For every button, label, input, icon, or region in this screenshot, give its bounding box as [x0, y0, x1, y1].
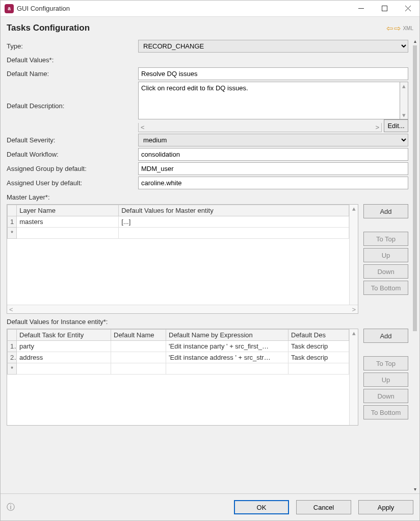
default-description-label: Default Description:: [7, 82, 138, 112]
instance-down-button[interactable]: Down: [363, 389, 408, 403]
master-layer-grid[interactable]: Layer Name Default Values for Master ent…: [7, 204, 358, 314]
svg-rect-1: [382, 6, 387, 11]
assigned-user-label: Assigned User by default:: [7, 177, 138, 189]
default-workflow-input[interactable]: [138, 148, 408, 161]
grid-hscrollbar[interactable]: <>: [7, 305, 358, 313]
table-header-row: Default Task for Entity Default Name Def…: [8, 330, 349, 341]
maximize-button[interactable]: [373, 1, 396, 17]
col-master-defaults[interactable]: Default Values for Master entity: [119, 205, 349, 216]
titlebar: a GUI Configuration: [1, 1, 419, 17]
edit-description-button[interactable]: Edit...: [384, 119, 408, 132]
instance-to-bottom-button[interactable]: To Bottom: [363, 405, 408, 419]
default-name-input[interactable]: [138, 67, 408, 80]
instance-section-label: Default Values for Instance entity*:: [7, 318, 408, 326]
default-severity-select[interactable]: medium: [138, 134, 408, 146]
cancel-button[interactable]: Cancel: [296, 500, 351, 514]
apply-button[interactable]: Apply: [358, 500, 413, 514]
col-default-name[interactable]: Default Name: [111, 330, 166, 341]
master-to-top-button[interactable]: To Top: [363, 232, 408, 246]
master-down-button[interactable]: Down: [363, 264, 408, 279]
assigned-group-label: Assigned Group by default:: [7, 163, 138, 175]
textarea-scrollbar[interactable]: ▴▾: [400, 82, 408, 119]
app-icon: a: [5, 4, 14, 13]
assigned-user-input[interactable]: [138, 177, 408, 189]
master-add-button[interactable]: Add: [363, 204, 408, 218]
window-title: GUI Configuration: [17, 5, 349, 12]
default-name-label: Default Name:: [7, 68, 138, 80]
master-up-button[interactable]: Up: [363, 248, 408, 262]
assigned-group-input[interactable]: [138, 162, 408, 175]
textarea-hscrollbar[interactable]: <>: [138, 123, 382, 132]
page-title: Tasks Configuration: [7, 23, 386, 33]
default-workflow-label: Default Workflow:: [7, 148, 138, 160]
type-label: Type:: [7, 40, 138, 52]
xml-link[interactable]: XML: [403, 26, 413, 31]
instance-to-top-button[interactable]: To Top: [363, 356, 408, 370]
page-header: Tasks Configuration ⇦ ⇨ XML: [1, 17, 419, 36]
table-new-row[interactable]: *: [8, 228, 349, 239]
default-description-textarea[interactable]: Click on record edit to fix DQ issues.: [138, 82, 400, 119]
help-icon[interactable]: ⓘ: [7, 502, 15, 513]
nav-forward-icon[interactable]: ⇨: [394, 23, 401, 33]
table-row[interactable]: 1 masters [...]: [8, 216, 349, 228]
instance-grid[interactable]: Default Task for Entity Default Name Def…: [7, 329, 358, 426]
col-desc[interactable]: Default Des: [288, 330, 349, 341]
table-header-row: Layer Name Default Values for Master ent…: [8, 205, 349, 216]
table-row[interactable]: 1 party 'Edit instance party ' + src_fir…: [8, 341, 349, 352]
nav-back-icon[interactable]: ⇦: [386, 23, 393, 33]
master-to-bottom-button[interactable]: To Bottom: [363, 281, 408, 295]
default-severity-label: Default Severity:: [7, 134, 138, 146]
ok-button[interactable]: OK: [234, 500, 289, 514]
page-vscrollbar[interactable]: ▴ ▾: [410, 36, 419, 493]
close-button[interactable]: [396, 1, 419, 17]
minimize-button[interactable]: [349, 1, 373, 17]
grid-vscrollbar[interactable]: ▴: [349, 329, 358, 425]
master-layer-label: Master Layer*:: [7, 193, 408, 201]
form-content: Type: RECORD_CHANGE Default Values*: Def…: [1, 36, 410, 493]
type-select[interactable]: RECORD_CHANGE: [138, 40, 408, 53]
col-layer-name[interactable]: Layer Name: [17, 205, 119, 216]
dialog-footer: ⓘ OK Cancel Apply: [1, 493, 419, 520]
table-row[interactable]: 2 address 'Edit instance address ' + src…: [8, 352, 349, 363]
col-expr[interactable]: Default Name by Expression: [166, 330, 288, 341]
instance-add-button[interactable]: Add: [363, 329, 408, 343]
instance-up-button[interactable]: Up: [363, 373, 408, 387]
table-new-row[interactable]: *: [8, 363, 349, 375]
col-entity[interactable]: Default Task for Entity: [17, 330, 111, 341]
default-values-label: Default Values*:: [7, 54, 138, 66]
grid-vscrollbar[interactable]: ▴: [349, 205, 358, 305]
